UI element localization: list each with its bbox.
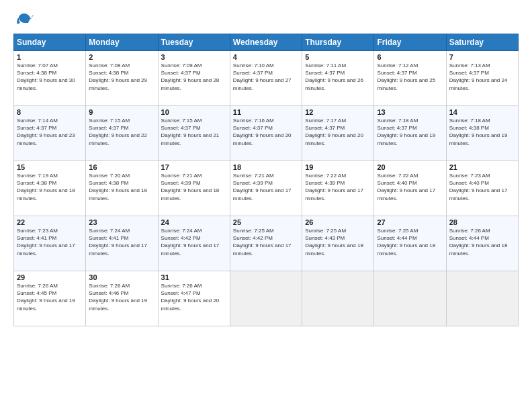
calendar-cell: 11Sunrise: 7:16 AMSunset: 4:37 PMDayligh… (230, 106, 302, 161)
calendar-cell: 30Sunrise: 7:26 AMSunset: 4:46 PMDayligh… (86, 271, 158, 326)
day-number: 31 (161, 273, 227, 281)
weekday-header-sunday: Sunday (14, 34, 86, 51)
calendar-cell: 27Sunrise: 7:25 AMSunset: 4:44 PMDayligh… (374, 216, 446, 271)
calendar-cell (374, 271, 446, 326)
calendar-cell: 17Sunrise: 7:21 AMSunset: 4:39 PMDayligh… (158, 161, 230, 216)
calendar-cell (446, 271, 518, 326)
day-number: 17 (161, 163, 227, 171)
calendar-cell (302, 271, 374, 326)
day-number: 30 (89, 273, 154, 281)
day-number: 11 (233, 108, 299, 116)
calendar-cell: 1Sunrise: 7:07 AMSunset: 4:38 PMDaylight… (14, 51, 86, 106)
day-number: 13 (377, 108, 443, 116)
day-number: 21 (449, 163, 515, 171)
day-info: Sunrise: 7:24 AMSunset: 4:42 PMDaylight:… (161, 227, 227, 257)
day-number: 22 (17, 218, 83, 226)
day-info: Sunrise: 7:23 AMSunset: 4:40 PMDaylight:… (449, 172, 515, 202)
calendar-week-row: 22Sunrise: 7:23 AMSunset: 4:41 PMDayligh… (14, 216, 519, 271)
day-number: 2 (89, 53, 154, 61)
day-info: Sunrise: 7:21 AMSunset: 4:39 PMDaylight:… (233, 172, 299, 202)
day-info: Sunrise: 7:07 AMSunset: 4:38 PMDaylight:… (17, 62, 83, 92)
day-number: 4 (233, 53, 299, 61)
day-info: Sunrise: 7:17 AMSunset: 4:37 PMDaylight:… (305, 117, 371, 147)
day-number: 24 (161, 218, 227, 226)
weekday-header-saturday: Saturday (446, 34, 518, 51)
day-number: 28 (449, 218, 515, 226)
day-info: Sunrise: 7:26 AMSunset: 4:45 PMDaylight:… (17, 282, 83, 312)
day-info: Sunrise: 7:08 AMSunset: 4:38 PMDaylight:… (89, 62, 154, 92)
day-info: Sunrise: 7:13 AMSunset: 4:37 PMDaylight:… (449, 62, 515, 92)
day-number: 20 (377, 163, 443, 171)
calendar-cell: 19Sunrise: 7:22 AMSunset: 4:39 PMDayligh… (302, 161, 374, 216)
calendar-header: SundayMondayTuesdayWednesdayThursdayFrid… (14, 34, 519, 51)
day-info: Sunrise: 7:20 AMSunset: 4:38 PMDaylight:… (89, 172, 154, 202)
day-info: Sunrise: 7:25 AMSunset: 4:43 PMDaylight:… (305, 227, 371, 257)
calendar-cell: 14Sunrise: 7:18 AMSunset: 4:38 PMDayligh… (446, 106, 518, 161)
logo-bird-icon (15, 11, 34, 30)
day-info: Sunrise: 7:19 AMSunset: 4:38 PMDaylight:… (17, 172, 83, 202)
calendar-body: 1Sunrise: 7:07 AMSunset: 4:38 PMDaylight… (14, 51, 519, 326)
calendar-cell: 29Sunrise: 7:26 AMSunset: 4:45 PMDayligh… (14, 271, 86, 326)
day-info: Sunrise: 7:09 AMSunset: 4:37 PMDaylight:… (161, 62, 227, 92)
calendar-cell: 13Sunrise: 7:18 AMSunset: 4:37 PMDayligh… (374, 106, 446, 161)
calendar-cell: 9Sunrise: 7:15 AMSunset: 4:37 PMDaylight… (86, 106, 158, 161)
calendar-cell: 22Sunrise: 7:23 AMSunset: 4:41 PMDayligh… (14, 216, 86, 271)
day-info: Sunrise: 7:14 AMSunset: 4:37 PMDaylight:… (17, 117, 83, 147)
day-number: 16 (89, 163, 154, 171)
day-number: 15 (17, 163, 83, 171)
calendar-cell: 4Sunrise: 7:10 AMSunset: 4:37 PMDaylight… (230, 51, 302, 106)
weekday-header-row: SundayMondayTuesdayWednesdayThursdayFrid… (14, 34, 519, 51)
calendar-week-row: 29Sunrise: 7:26 AMSunset: 4:45 PMDayligh… (14, 271, 519, 326)
day-info: Sunrise: 7:24 AMSunset: 4:41 PMDaylight:… (89, 227, 154, 257)
weekday-header-monday: Monday (86, 34, 158, 51)
day-number: 10 (161, 108, 227, 116)
day-info: Sunrise: 7:25 AMSunset: 4:44 PMDaylight:… (377, 227, 443, 257)
calendar-cell: 5Sunrise: 7:11 AMSunset: 4:37 PMDaylight… (302, 51, 374, 106)
day-number: 6 (377, 53, 443, 61)
day-info: Sunrise: 7:22 AMSunset: 4:40 PMDaylight:… (377, 172, 443, 202)
calendar-container: SundayMondayTuesdayWednesdayThursdayFrid… (0, 0, 532, 411)
day-info: Sunrise: 7:26 AMSunset: 4:46 PMDaylight:… (89, 282, 154, 312)
calendar-cell: 31Sunrise: 7:26 AMSunset: 4:47 PMDayligh… (158, 271, 230, 326)
calendar-cell: 10Sunrise: 7:15 AMSunset: 4:37 PMDayligh… (158, 106, 230, 161)
day-number: 29 (17, 273, 83, 281)
day-info: Sunrise: 7:16 AMSunset: 4:37 PMDaylight:… (233, 117, 299, 147)
weekday-header-friday: Friday (374, 34, 446, 51)
day-info: Sunrise: 7:18 AMSunset: 4:37 PMDaylight:… (377, 117, 443, 147)
day-number: 27 (377, 218, 443, 226)
calendar-week-row: 1Sunrise: 7:07 AMSunset: 4:38 PMDaylight… (14, 51, 519, 106)
day-number: 23 (89, 218, 154, 226)
day-number: 12 (305, 108, 371, 116)
calendar-cell: 23Sunrise: 7:24 AMSunset: 4:41 PMDayligh… (86, 216, 158, 271)
day-number: 18 (233, 163, 299, 171)
calendar-cell: 25Sunrise: 7:25 AMSunset: 4:42 PMDayligh… (230, 216, 302, 271)
day-number: 25 (233, 218, 299, 226)
calendar-cell: 3Sunrise: 7:09 AMSunset: 4:37 PMDaylight… (158, 51, 230, 106)
day-number: 19 (305, 163, 371, 171)
calendar-cell: 16Sunrise: 7:20 AMSunset: 4:38 PMDayligh… (86, 161, 158, 216)
calendar-cell: 21Sunrise: 7:23 AMSunset: 4:40 PMDayligh… (446, 161, 518, 216)
day-info: Sunrise: 7:18 AMSunset: 4:38 PMDaylight:… (449, 117, 515, 147)
logo (13, 11, 34, 30)
day-number: 1 (17, 53, 83, 61)
calendar-cell: 2Sunrise: 7:08 AMSunset: 4:38 PMDaylight… (86, 51, 158, 106)
calendar-cell: 26Sunrise: 7:25 AMSunset: 4:43 PMDayligh… (302, 216, 374, 271)
day-number: 9 (89, 108, 154, 116)
day-info: Sunrise: 7:22 AMSunset: 4:39 PMDaylight:… (305, 172, 371, 202)
calendar-cell: 18Sunrise: 7:21 AMSunset: 4:39 PMDayligh… (230, 161, 302, 216)
day-info: Sunrise: 7:15 AMSunset: 4:37 PMDaylight:… (89, 117, 154, 147)
day-number: 8 (17, 108, 83, 116)
day-info: Sunrise: 7:15 AMSunset: 4:37 PMDaylight:… (161, 117, 227, 147)
day-info: Sunrise: 7:10 AMSunset: 4:37 PMDaylight:… (233, 62, 299, 92)
calendar-cell: 24Sunrise: 7:24 AMSunset: 4:42 PMDayligh… (158, 216, 230, 271)
calendar-week-row: 15Sunrise: 7:19 AMSunset: 4:38 PMDayligh… (14, 161, 519, 216)
calendar-cell: 15Sunrise: 7:19 AMSunset: 4:38 PMDayligh… (14, 161, 86, 216)
day-info: Sunrise: 7:21 AMSunset: 4:39 PMDaylight:… (161, 172, 227, 202)
calendar-cell (230, 271, 302, 326)
header (13, 11, 519, 30)
calendar-cell: 12Sunrise: 7:17 AMSunset: 4:37 PMDayligh… (302, 106, 374, 161)
calendar-week-row: 8Sunrise: 7:14 AMSunset: 4:37 PMDaylight… (14, 106, 519, 161)
day-number: 5 (305, 53, 371, 61)
calendar-cell: 8Sunrise: 7:14 AMSunset: 4:37 PMDaylight… (14, 106, 86, 161)
weekday-header-tuesday: Tuesday (158, 34, 230, 51)
